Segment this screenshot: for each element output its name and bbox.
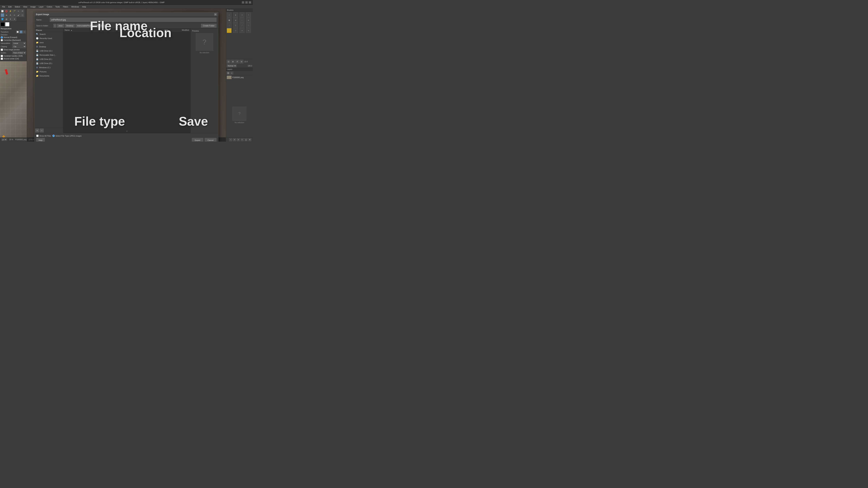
minimize-button[interactable]: –: [242, 1, 244, 4]
place-usb-e[interactable]: 💾 USB Drive (E:): [35, 57, 63, 61]
brush-15[interactable]: ⊕: [240, 28, 244, 33]
place-desktop[interactable]: 🖥 Desktop: [35, 44, 63, 49]
place-search[interactable]: 🔍 Search: [35, 32, 63, 36]
place-pictures[interactable]: 📁 Pictures: [35, 70, 63, 74]
menu-file[interactable]: File: [1, 5, 7, 8]
tool-paint[interactable]: 🖌: [17, 13, 20, 17]
tool-crop[interactable]: ✂: [17, 9, 20, 13]
menu-colors[interactable]: Colors: [45, 5, 54, 8]
brush-16[interactable]: ⊗: [246, 28, 251, 33]
unit-select[interactable]: px: [1, 138, 7, 141]
menu-layer[interactable]: Layer: [37, 5, 45, 8]
breadcrumb-instructablephotos[interactable]: instructablePhotos: [75, 24, 94, 28]
brush-3[interactable]: ★: [240, 12, 244, 18]
select-file-type-label[interactable]: Select File Type (JPEG image): [53, 135, 82, 137]
brush-2[interactable]: ◆: [233, 12, 238, 18]
zoom-out-button[interactable]: ⊖: [240, 60, 243, 64]
brush-6[interactable]: ◉: [233, 18, 238, 23]
tool-free-select[interactable]: ⚡: [8, 9, 12, 13]
constrain-checkbox[interactable]: [1, 55, 3, 57]
tool-rect[interactable]: ⬜: [1, 9, 4, 13]
brush-12[interactable]: ╲: [246, 23, 251, 28]
menu-help[interactable]: Help: [81, 5, 88, 8]
brush-10[interactable]: ▒: [233, 23, 238, 28]
status-refresh-button[interactable]: ↺: [233, 138, 236, 141]
menu-edit[interactable]: Edit: [7, 5, 13, 8]
direction-backward-radio[interactable]: [1, 39, 3, 41]
tool-gradient[interactable]: ▤: [4, 17, 8, 21]
menu-filters[interactable]: Filters: [62, 5, 70, 8]
brush-9[interactable]: ░: [227, 23, 231, 28]
layer-item-1[interactable]: P1000001.png: [226, 75, 253, 79]
status-layer-down[interactable]: ▼: [248, 138, 251, 141]
chain-icon[interactable]: ⛓: [226, 71, 230, 75]
tool-perspective[interactable]: ⬡: [1, 13, 4, 17]
transform-mode-3[interactable]: ⬡: [23, 30, 26, 33]
menu-image[interactable]: Image: [29, 5, 37, 8]
breadcrumb-gimpsave[interactable]: gimpSave: [95, 24, 107, 28]
close-button[interactable]: ×: [249, 1, 251, 4]
blend-mode-select[interactable]: Normal: [227, 64, 237, 67]
tool-dodge[interactable]: ☀: [8, 17, 12, 21]
place-usb-d[interactable]: 💾 USB Drive (D:): [35, 61, 63, 65]
breadcrumb-desktop[interactable]: Desktop: [65, 24, 75, 28]
brush-5[interactable]: ⬤: [227, 18, 231, 23]
transform-mode-2[interactable]: ⟳: [20, 30, 23, 33]
zoom-refresh-button[interactable]: ↺: [235, 60, 239, 64]
brush-11[interactable]: ╱: [240, 23, 244, 28]
zoom-in-button[interactable]: ⊕: [231, 60, 235, 64]
tool-transform[interactable]: ⟳: [21, 9, 24, 13]
status-delete-button[interactable]: ✕: [237, 138, 240, 141]
tool-eraser[interactable]: ◻: [21, 13, 24, 17]
tool-flip[interactable]: ⬅: [4, 13, 8, 17]
select-file-type-radio[interactable]: [53, 135, 55, 137]
menu-tools[interactable]: Tools: [54, 5, 61, 8]
help-button[interactable]: Help: [36, 138, 45, 141]
zoom-fit-button[interactable]: ⊡: [226, 60, 230, 64]
clipping-select[interactable]: Clip: [12, 45, 26, 48]
show-all-files-checkbox[interactable]: [36, 135, 38, 137]
places-add-button[interactable]: +: [35, 129, 39, 132]
show-preview-checkbox[interactable]: [1, 48, 3, 51]
foreground-color[interactable]: [1, 22, 5, 26]
col-modified-header[interactable]: Modified: [168, 29, 189, 31]
brush-14[interactable]: ◎: [233, 28, 238, 33]
brush-8[interactable]: ◈: [246, 18, 251, 23]
place-usb-g[interactable]: 💾 USB Drive (G:): [35, 49, 63, 53]
create-folder-button[interactable]: Create Folder: [201, 24, 216, 28]
status-undo-button[interactable]: ↩: [241, 138, 244, 141]
tool-pencil[interactable]: ✏: [12, 13, 16, 17]
background-color[interactable]: [5, 22, 9, 26]
brush-gold[interactable]: ●: [227, 28, 231, 33]
brush-4[interactable]: ✦: [246, 12, 251, 18]
guides-select[interactable]: Rule of thirds: [12, 52, 26, 54]
filename-input[interactable]: [50, 18, 216, 22]
center-checkbox[interactable]: [1, 58, 3, 60]
place-windows[interactable]: 🖥 Windows (C:): [35, 65, 63, 70]
place-recently-used[interactable]: 🕐 Recently Used: [35, 36, 63, 40]
place-removable[interactable]: 💾 Removable Disk (...: [35, 53, 63, 57]
dialog-close-button[interactable]: ×: [214, 13, 217, 16]
maximize-button[interactable]: □: [245, 1, 248, 4]
place-documents[interactable]: 📁 Documents: [35, 74, 63, 78]
col-size-header[interactable]: Size: [154, 29, 168, 31]
new-layer-button[interactable]: +: [230, 71, 233, 75]
tool-text[interactable]: A: [8, 13, 12, 17]
brush-7[interactable]: ▪: [240, 18, 244, 23]
place-zeus[interactable]: 📁 zeus: [35, 40, 63, 44]
tool-fuzzy[interactable]: 🪄: [12, 9, 16, 13]
cancel-button[interactable]: Cancel: [205, 138, 216, 141]
places-remove-button[interactable]: –: [40, 129, 43, 132]
nav-back-button[interactable]: ‹: [54, 24, 56, 28]
transform-mode-1[interactable]: ⬜: [16, 30, 19, 33]
direction-forward-radio[interactable]: [1, 36, 3, 38]
tool-clone[interactable]: ✦: [12, 17, 16, 21]
breadcrumb-zeus[interactable]: zeus: [57, 24, 64, 28]
col-name-header[interactable]: Name ▲: [65, 29, 154, 31]
brush-1[interactable]: ●: [227, 12, 231, 18]
status-layer-up[interactable]: ▲: [244, 138, 248, 141]
interpolation-select[interactable]: Linear: [12, 42, 26, 45]
tool-ellipse[interactable]: ⭕: [4, 9, 8, 13]
status-new-button[interactable]: +: [229, 138, 232, 141]
export-button[interactable]: Export: [192, 138, 203, 141]
